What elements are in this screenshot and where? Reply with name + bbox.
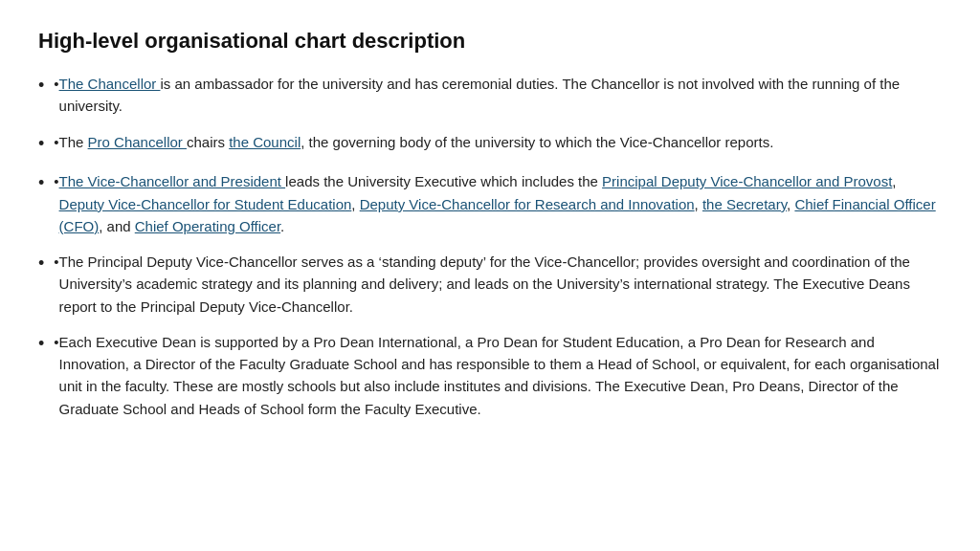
- page-title: High-level organisational chart descript…: [38, 29, 942, 54]
- list-item-principal-deputy: • The Principal Deputy Vice-Chancellor s…: [38, 251, 942, 318]
- list-item-chancellor: • The Chancellor is an ambassador for th…: [38, 73, 942, 118]
- vice-chancellor-content: The Vice-Chancellor and President leads …: [59, 170, 942, 237]
- vc-comma3: ,: [695, 196, 702, 212]
- vc-comma2: ,: [351, 196, 359, 212]
- pro-chancellor-content: The Pro Chancellor chairs the Council, t…: [59, 131, 942, 153]
- deputy-research-link[interactable]: Deputy Vice-Chancellor for Research and …: [360, 196, 695, 212]
- list-item-executive-dean: • Each Executive Dean is supported by a …: [38, 331, 942, 420]
- chancellor-link[interactable]: The Chancellor: [59, 76, 161, 92]
- vc-period: .: [280, 218, 284, 234]
- chancellor-text: is an ambassador for the university and …: [59, 76, 901, 114]
- list-item-pro-chancellor: • The Pro Chancellor chairs the Council,…: [38, 131, 942, 158]
- vice-chancellor-link[interactable]: The Vice-Chancellor and President: [59, 173, 286, 189]
- coo-link[interactable]: Chief Operating Officer: [135, 218, 280, 234]
- pro-chancellor-prefix: The: [59, 134, 88, 150]
- pro-chancellor-link[interactable]: Pro Chancellor: [88, 134, 187, 150]
- vc-comma1: ,: [892, 173, 896, 189]
- vc-leads: leads the University Executive which inc…: [285, 173, 602, 189]
- list-item-vice-chancellor: • The Vice-Chancellor and President lead…: [38, 170, 942, 237]
- pro-chancellor-suffix: , the governing body of the university t…: [301, 134, 773, 150]
- deputy-student-link[interactable]: Deputy Vice-Chancellor for Student Educa…: [59, 196, 352, 212]
- chancellor-content: The Chancellor is an ambassador for the …: [59, 73, 942, 118]
- executive-dean-content: Each Executive Dean is supported by a Pr…: [59, 331, 942, 420]
- principal-deputy-link[interactable]: Principal Deputy Vice-Chancellor and Pro…: [602, 173, 892, 189]
- principal-deputy-content: The Principal Deputy Vice-Chancellor ser…: [59, 251, 942, 318]
- org-chart-list: • The Chancellor is an ambassador for th…: [38, 73, 942, 420]
- pro-chancellor-chairs: chairs: [187, 134, 229, 150]
- the-council-link[interactable]: the Council: [229, 134, 301, 150]
- secretary-link[interactable]: the Secretary: [702, 196, 787, 212]
- vc-and: , and: [99, 218, 135, 234]
